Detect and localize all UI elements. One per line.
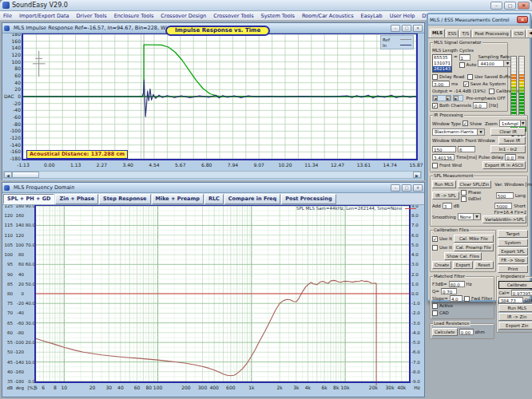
lead-resistance-input[interactable]: 0.00 (459, 329, 474, 335)
menu-item-3[interactable]: Enclosure Tools (114, 13, 154, 19)
use-saved-buffer-checkbox[interactable] (467, 74, 473, 80)
impulse-horizontal-scrollbar[interactable]: ◀ ▶ (3, 171, 422, 179)
menu-item-5[interactable]: Crossover Tools (213, 13, 253, 19)
scroll-right-arrow[interactable]: ▶ (413, 172, 421, 178)
save-as-system-checkbox[interactable]: ✓ (463, 81, 469, 87)
utility-button-4[interactable]: Print (498, 265, 528, 273)
cal-preamp-file-button[interactable]: Cal. Preamp File (454, 243, 494, 251)
smoothing-dropdown[interactable]: None▼ (458, 213, 481, 220)
utility-button-1[interactable]: System (498, 239, 528, 247)
frequency-plot[interactable]: 12518090.09.01201608.011514080.07.011012… (2, 205, 424, 397)
utility-button-0[interactable]: Target (498, 230, 528, 238)
add-db-input[interactable]: 3 (443, 203, 452, 209)
front-wnd-checkbox[interactable] (432, 163, 438, 168)
frequency-close-button[interactable]: ✕ (413, 184, 423, 192)
window-function-dropdown[interactable]: Blackmann-Harris▼ (432, 128, 485, 136)
sampling-rate-dropdown[interactable]: 44100▼ (478, 60, 511, 67)
panel-titlebar[interactable]: MLS / ESS Measurements Control ✕ (428, 14, 530, 26)
menu-item-7[interactable]: Room/Car Acoustics (302, 13, 354, 19)
panel-close-button[interactable]: ✕ (517, 16, 528, 23)
impulse-close-button[interactable]: ✕ (413, 25, 423, 32)
use-mike-cal-checkbox[interactable]: ✓ (432, 236, 438, 242)
q-input[interactable]: 0.70 (441, 288, 457, 294)
cal-mike-file-button[interactable]: Cal. Mike File (454, 235, 494, 243)
calibrate-button[interactable]: Calibrate (498, 281, 532, 289)
impedance-value-input[interactable]: 384.73 (498, 297, 522, 303)
impulse-plot-area[interactable]: 180160140120100806040200-20-40-60-80-100… (2, 34, 424, 180)
run-mls-button[interactable]: Run MLS (432, 180, 456, 188)
variablewin-to-spl-button[interactable]: VariableWin->SPL (482, 215, 526, 223)
panel-tab-2[interactable]: T/S (459, 30, 471, 38)
zoom-dropdown[interactable]: 1xAmpl▼ (499, 120, 526, 127)
scroll-left-arrow[interactable]: ◀ (4, 172, 12, 178)
freq-tab-2[interactable]: Step Response (99, 194, 150, 204)
show-cal-files-button[interactable]: Show Cal. Files (444, 252, 482, 260)
impedance-run-mls-button[interactable]: Run MLS (498, 304, 532, 312)
both-channels-checkbox[interactable]: ✓ (432, 103, 438, 109)
cycles-input[interactable]: 1 (459, 54, 470, 61)
delay-input[interactable]: 3.00 (432, 81, 450, 87)
tab-scroll-arrows[interactable]: ◀▶ (526, 29, 532, 38)
maximize-button[interactable]: □ (504, 2, 516, 10)
frequency-maximize-button[interactable]: □ (402, 184, 411, 192)
impulse-maximize-button[interactable]: □ (402, 25, 411, 32)
minimize-button[interactable]: – (490, 2, 502, 10)
reset-button[interactable]: Reset (474, 261, 494, 269)
panel-tab-1[interactable]: ESS (446, 30, 459, 38)
time-input[interactable]: 3.40136 (432, 154, 455, 160)
export-ir-ascii-button[interactable]: Export IR in ASCII (482, 161, 526, 169)
active-checkbox[interactable] (432, 303, 438, 309)
show-window-checkbox[interactable]: ✓ (463, 120, 468, 126)
phase-checkbox[interactable] (461, 190, 466, 196)
close-button[interactable]: ✕ (518, 2, 530, 10)
ir-to-zin-button[interactable]: IR -> Zin (498, 313, 532, 321)
zddel-checkbox[interactable] (461, 196, 466, 202)
pulse-delay-input[interactable]: 0.0 (505, 154, 516, 160)
panel-tab-3[interactable]: Post Processing (472, 30, 511, 38)
frequency-minimize-button[interactable]: – (391, 184, 400, 192)
frequency-plot-area[interactable]: 12518090.09.01201608.011514080.07.011012… (2, 205, 424, 397)
mls-length-option-2[interactable]: 262143 (433, 66, 451, 72)
freq-tab-1[interactable]: Zin + Phase (55, 194, 98, 204)
window-width-input[interactable]: 150 (432, 146, 456, 152)
create-button[interactable]: Create (432, 261, 451, 269)
impulse-minimize-button[interactable]: – (391, 25, 400, 32)
menu-item-0[interactable]: File (3, 13, 12, 19)
cal-factor-input[interactable]: 0.973953 (511, 290, 532, 296)
mls-length-option-0[interactable]: 65535 (433, 55, 451, 61)
menu-item-2[interactable]: Driver Tools (77, 13, 107, 19)
delay-read-checkbox[interactable] (432, 74, 438, 80)
front-window-input[interactable]: 6 (458, 146, 475, 152)
clear-spl-zin-button[interactable]: Clear SPL/Zin (458, 180, 492, 188)
utility-button-2[interactable]: Export SPL (498, 247, 528, 255)
menu-item-8[interactable]: EasyLab (361, 13, 383, 19)
menu-item-9[interactable]: User Help (390, 13, 415, 19)
scroll-thumb[interactable] (12, 172, 39, 178)
main-titlebar[interactable]: SoundEasy V29.0 – □ ✕ (0, 0, 532, 11)
menu-item-4[interactable]: Crossover Design (161, 13, 206, 19)
export-zin-button[interactable]: Export Zin (498, 322, 532, 330)
panel-tab-4[interactable]: CSD (512, 30, 526, 38)
slope-input[interactable]: 4.0 (450, 295, 463, 302)
menu-item-6[interactable]: System Tools (261, 13, 295, 19)
freq-tab-3[interactable]: Mike + Preamp (152, 194, 204, 204)
short-window-input[interactable]: 5000 (494, 203, 512, 209)
utility-button-3[interactable]: FR -> Step (498, 256, 528, 264)
scroll-track[interactable] (39, 172, 413, 178)
export-button[interactable]: Export (453, 261, 472, 269)
frequency-window-titlebar[interactable]: MLS Frequency Domain – □ ✕ (2, 183, 424, 193)
f3db-input[interactable]: 80.0 (449, 281, 465, 287)
panel-tab-0[interactable]: MLS (430, 29, 445, 38)
fine-level-slider[interactable]: ▶ (453, 95, 463, 101)
cad-checkbox[interactable] (432, 310, 438, 316)
calibration-checkbox[interactable] (489, 89, 494, 94)
save-ir-button[interactable]: Save IR (498, 136, 526, 144)
frequency-input[interactable]: 0.0 (473, 102, 487, 109)
freq-tab-4[interactable]: RLC (204, 194, 224, 204)
dropdown-arrow-icon[interactable]: ▼ (473, 214, 480, 219)
menu-item-1[interactable]: Import/Export Data (19, 13, 69, 19)
freq-tab-0[interactable]: SPL + PH + GD (3, 194, 54, 204)
clear-ir-button[interactable]: Clear IR (490, 128, 526, 136)
ir-to-spl-button[interactable]: IR -> SPL (432, 192, 459, 200)
output-level-slider[interactable]: ◀▶ (432, 95, 451, 101)
